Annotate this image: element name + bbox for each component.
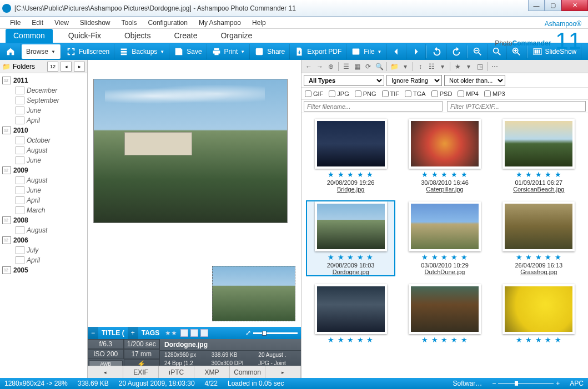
view-grid-icon[interactable]: ▦	[352, 62, 362, 72]
filter-icon[interactable]: ☷	[426, 62, 436, 72]
zoom-out-button[interactable]	[468, 44, 488, 59]
sort-icon[interactable]: ↕	[415, 62, 425, 72]
rating-stars[interactable]: ★ ★ ★ ★ ★	[328, 253, 374, 261]
size-icon[interactable]	[200, 329, 208, 337]
folder-tree[interactable]: 2011DecemberSeptemberJuneApril2010Octobe…	[0, 73, 87, 378]
folder-icon2[interactable]: 📁	[389, 62, 399, 72]
maximize-button[interactable]: ▢	[545, 0, 561, 11]
view-list-icon[interactable]: ☰	[341, 62, 351, 72]
rating-stars[interactable]: ★ ★ ★ ★ ★	[421, 253, 468, 261]
checkbox-psd[interactable]: PSD	[431, 90, 453, 97]
refresh-icon[interactable]: ⟳	[363, 62, 373, 72]
month-october[interactable]: October	[1, 135, 86, 145]
tab-objects[interactable]: Objects	[117, 29, 158, 43]
search-icon[interactable]: 🔍	[374, 62, 384, 72]
star-icon[interactable]: ★	[453, 62, 463, 72]
rating-filter-select[interactable]: Ignore Rating	[386, 75, 442, 86]
rating-stars[interactable]: ★ ★ ★ ★ ★	[516, 170, 562, 179]
fwd-icon[interactable]: →	[315, 62, 325, 72]
rating-stars-mini[interactable]: ★★	[165, 329, 177, 337]
rotate-left-button[interactable]	[428, 44, 447, 59]
tab-organize[interactable]: Organize	[213, 29, 260, 43]
close-button[interactable]: ✕	[561, 0, 588, 11]
tab-quick-fix[interactable]: Quick-Fix	[61, 29, 109, 43]
collapse-button[interactable]: −	[88, 327, 98, 339]
thumbnail-item[interactable]: ★ ★ ★ ★ ★30/08/2010 16:46Caterpillar.jpg	[400, 118, 489, 194]
checkbox-mp4[interactable]: MP4	[458, 90, 479, 97]
prev-button[interactable]	[387, 44, 406, 59]
checkbox-tif[interactable]: TIF	[382, 90, 400, 97]
month-june[interactable]: June	[1, 105, 86, 115]
year-2010[interactable]: 2010	[1, 125, 86, 135]
save-button[interactable]: Save	[169, 44, 207, 59]
meta-prev-button[interactable]: ◂	[88, 366, 123, 378]
month-june[interactable]: June	[1, 155, 86, 165]
rotate-right-button[interactable]	[447, 44, 466, 59]
menu-help[interactable]: Help	[247, 17, 272, 28]
thumbnail-item[interactable]: ★ ★ ★ ★ ★20/08/2009 19:26Bridge.jpg	[306, 118, 395, 194]
thumbnail-grid[interactable]: ★ ★ ★ ★ ★20/08/2009 19:26Bridge.jpg★ ★ ★…	[301, 113, 588, 378]
navigator-thumbnail[interactable]	[212, 266, 295, 321]
month-july[interactable]: July	[1, 245, 86, 255]
histogram-icon[interactable]	[190, 329, 198, 337]
next-folder-button[interactable]: ▸	[74, 62, 85, 72]
type-filter-select[interactable]: All Types	[304, 75, 384, 86]
menu-view[interactable]: View	[49, 17, 74, 28]
year-2009[interactable]: 2009	[1, 165, 86, 175]
tags-tab[interactable]: TAGS	[138, 327, 163, 339]
thumbnail-item[interactable]: ★ ★ ★ ★ ★	[494, 283, 584, 345]
month-august[interactable]: August	[1, 225, 86, 235]
thumbnail-item[interactable]: ★ ★ ★ ★ ★01/09/2011 06:27CorsicanBeach.j…	[494, 118, 584, 194]
month-september[interactable]: September	[1, 95, 86, 105]
month-june[interactable]: June	[1, 185, 86, 195]
rating-stars[interactable]: ★ ★ ★ ★ ★	[328, 170, 374, 179]
checkbox-jpg[interactable]: JPG	[329, 90, 349, 97]
tab-exif[interactable]: EXIF	[123, 366, 159, 378]
month-april[interactable]: April	[1, 195, 86, 205]
month-august[interactable]: August	[1, 145, 86, 155]
thumbnail-item[interactable]: ★ ★ ★ ★ ★03/08/2010 10:29DutchDune.jpg	[400, 200, 489, 276]
preview-image-area[interactable]	[88, 60, 301, 327]
tab-create[interactable]: Create	[166, 29, 205, 43]
more-icon[interactable]: ⋯	[490, 62, 500, 72]
zoom-slider[interactable]: ⤢	[245, 329, 298, 337]
month-april[interactable]: April	[1, 255, 86, 265]
tag-icon[interactable]: ▾	[400, 62, 410, 72]
thumbnail-item[interactable]: ★ ★ ★ ★ ★	[306, 283, 395, 345]
title-tab[interactable]: TITLE (	[98, 327, 128, 339]
minimize-button[interactable]: —	[528, 0, 545, 11]
thumb-icon[interactable]	[180, 329, 188, 337]
checkbox-tga[interactable]: TGA	[405, 90, 426, 97]
prev-folder-button[interactable]: ◂	[61, 62, 72, 72]
home-button[interactable]	[1, 44, 21, 59]
options-icon[interactable]: ▾	[438, 62, 448, 72]
menu-slideshow[interactable]: Slideshow	[74, 17, 116, 28]
tab-common[interactable]: Common	[6, 29, 53, 43]
thumbnail-item[interactable]: ★ ★ ★ ★ ★	[400, 283, 489, 345]
menu-edit[interactable]: Edit	[26, 17, 49, 28]
month-december[interactable]: December	[1, 85, 86, 95]
calendar-toggle-icon[interactable]: 12	[47, 62, 58, 72]
export-pdf-button[interactable]: Export PDF	[290, 44, 346, 59]
checkbox-png[interactable]: PNG	[355, 90, 376, 97]
rating-stars[interactable]: ★ ★ ★ ★ ★	[516, 336, 562, 344]
year-2011[interactable]: 2011	[1, 75, 86, 85]
age-filter-select[interactable]: Not older than...	[444, 75, 505, 86]
filename-filter-input[interactable]	[304, 101, 443, 112]
fullscreen-button[interactable]: Fullscreen	[62, 44, 114, 59]
volume-slider[interactable]: −+	[492, 380, 560, 387]
checkbox-mp3[interactable]: MP3	[484, 90, 505, 97]
rating-stars[interactable]: ★ ★ ★ ★ ★	[328, 336, 374, 344]
rating-stars[interactable]: ★ ★ ★ ★ ★	[516, 253, 562, 261]
rating-stars[interactable]: ★ ★ ★ ★ ★	[421, 170, 468, 179]
print-button[interactable]: Print ▼	[207, 44, 250, 59]
month-april[interactable]: April	[1, 115, 86, 125]
month-march[interactable]: March	[1, 205, 86, 215]
share-button[interactable]: Share	[250, 44, 290, 59]
menu-configuration[interactable]: Configuration	[143, 17, 193, 28]
iptc-filter-input[interactable]	[447, 101, 586, 112]
up-icon[interactable]: ⊕	[326, 62, 336, 72]
year-2006[interactable]: 2006	[1, 235, 86, 245]
star-dd-icon[interactable]: ▾	[464, 62, 474, 72]
rating-stars[interactable]: ★ ★ ★ ★ ★	[421, 336, 468, 344]
